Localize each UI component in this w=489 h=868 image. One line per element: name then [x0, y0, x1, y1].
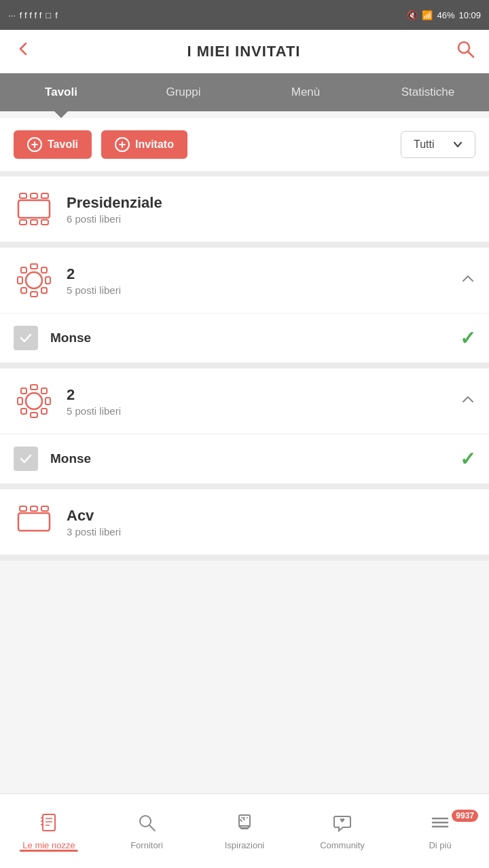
table-2a-name: 2 — [67, 265, 460, 283]
svg-rect-20 — [31, 413, 37, 417]
tab-gruppi[interactable]: Gruppi — [122, 73, 244, 111]
content-area: + Tavoli + Invitato Tutti — [0, 118, 489, 642]
nav-fornitori[interactable]: Fornitori — [98, 812, 196, 850]
table-row-acv: Acv 3 posti liberi — [0, 489, 489, 555]
svg-point-9 — [26, 272, 42, 288]
guest-name-monse-2b: Monse — [50, 451, 460, 466]
svg-rect-7 — [31, 220, 37, 225]
presidenziale-seats: 6 posti liberi — [67, 213, 475, 225]
status-fb-icons: f f f f f — [20, 10, 42, 20]
svg-rect-26 — [41, 409, 47, 414]
heart-chat-icon — [332, 812, 352, 837]
guest-confirmed-monse-2b: ✓ — [460, 448, 475, 470]
round-table-icon-2b — [14, 381, 54, 421]
add-tavoli-button[interactable]: + Tavoli — [14, 130, 92, 159]
tab-statistiche[interactable]: Statistiche — [367, 73, 489, 111]
svg-rect-21 — [18, 398, 22, 404]
rectangular-table-icon — [14, 189, 54, 229]
action-bar: + Tavoli + Invitato Tutti — [0, 118, 489, 171]
svg-rect-4 — [41, 193, 48, 198]
status-p-icon: □ — [46, 10, 51, 20]
presidenziale-name: Presidenziale — [67, 194, 475, 212]
plus-circle-icon2: + — [115, 137, 130, 152]
svg-rect-3 — [31, 193, 37, 198]
round-table-icon-2a — [14, 260, 54, 301]
svg-rect-22 — [46, 398, 50, 404]
table-row-2b: 2 5 posti liberi — [0, 369, 489, 434]
nav-di-piu[interactable]: 9937 Di più — [391, 812, 489, 850]
status-bar: ··· f f f f f □ f 🔇 📶 46% 10:09 — [0, 0, 489, 30]
back-button[interactable] — [14, 39, 33, 63]
table-2a-info: 2 5 posti liberi — [67, 265, 460, 296]
expand-2a-button[interactable] — [460, 271, 475, 290]
tab-tavoli[interactable]: Tavoli — [0, 73, 122, 111]
svg-rect-30 — [18, 513, 50, 531]
search-nav-icon — [137, 812, 157, 837]
guest-row-monse-2a: Monse ✓ — [0, 314, 489, 363]
nav-community[interactable]: Community — [293, 812, 391, 850]
svg-line-39 — [149, 825, 155, 831]
chevron-down-icon — [453, 140, 463, 149]
battery-label: 46% — [437, 10, 454, 20]
table-row-presidenziale: Presidenziale 6 posti liberi — [0, 176, 489, 242]
add-invitato-button[interactable]: + Invitato — [101, 130, 187, 159]
expand-2b-button[interactable] — [460, 392, 475, 411]
svg-rect-23 — [21, 388, 26, 394]
table-2b-name: 2 — [67, 386, 460, 404]
menu-icon — [430, 812, 450, 837]
acv-seats: 3 posti liberi — [67, 526, 475, 537]
tab-menu[interactable]: Menù — [244, 73, 367, 111]
svg-rect-11 — [31, 292, 37, 297]
divider-4 — [0, 555, 489, 561]
svg-rect-27 — [20, 506, 26, 511]
nav-ispirazioni[interactable]: Ispirazioni — [196, 812, 293, 850]
svg-rect-31 — [43, 814, 55, 831]
status-f-icon: f — [55, 10, 58, 20]
table-row-2a: 2 5 posti liberi — [0, 248, 489, 314]
table-section-presidenziale: Presidenziale 6 posti liberi — [0, 176, 489, 242]
search-button[interactable] — [455, 39, 475, 64]
svg-rect-15 — [41, 267, 47, 273]
notebook-icon — [39, 812, 59, 837]
rectangular-table-icon-acv — [14, 502, 54, 542]
nav-tabs: Tavoli Gruppi Menù Statistiche — [0, 73, 489, 111]
guest-name-monse-2a: Monse — [50, 331, 460, 345]
guest-row-monse-2b: Monse ✓ — [0, 434, 489, 484]
svg-rect-17 — [41, 288, 47, 293]
guest-confirmed-monse-2a: ✓ — [460, 327, 475, 350]
bottom-nav: Le mie nozze Fornitori Ispirazioni — [0, 793, 489, 868]
svg-rect-24 — [41, 388, 47, 394]
divider-3 — [0, 484, 489, 489]
nav-label-di-piu: Di più — [429, 840, 451, 850]
svg-line-1 — [468, 52, 473, 57]
time-label: 10:09 — [458, 10, 481, 20]
presidenziale-info: Presidenziale 6 posti liberi — [67, 194, 475, 225]
divider-2 — [0, 363, 489, 369]
table-2b-info: 2 5 posti liberi — [67, 386, 460, 417]
nav-label-le-mie-nozze: Le mie nozze — [22, 840, 75, 850]
table-2b-seats: 5 posti liberi — [67, 405, 460, 417]
nav-le-mie-nozze[interactable]: Le mie nozze — [0, 812, 98, 850]
acv-name: Acv — [67, 507, 475, 525]
di-piu-badge: 9937 — [452, 810, 478, 822]
table-2a-seats: 5 posti liberi — [67, 284, 460, 296]
status-right-icons: 🔇 📶 46% 10:09 — [407, 10, 481, 20]
nav-label-community: Community — [320, 840, 365, 850]
divider-1 — [0, 242, 489, 248]
table-section-2a: 2 5 posti liberi Monse ✓ — [0, 248, 489, 363]
svg-rect-14 — [21, 267, 26, 273]
filter-button[interactable]: Tutti — [401, 131, 475, 158]
status-dots: ··· — [8, 10, 16, 20]
svg-rect-19 — [31, 385, 37, 390]
svg-rect-12 — [18, 277, 22, 284]
svg-rect-29 — [41, 506, 48, 511]
svg-rect-25 — [21, 409, 26, 414]
guest-checkbox-monse-2a[interactable] — [14, 326, 38, 350]
cup-icon — [234, 812, 255, 837]
svg-rect-2 — [20, 193, 26, 198]
guest-checkbox-monse-2b[interactable] — [14, 447, 38, 471]
mute-icon: 🔇 — [407, 10, 418, 20]
page-title: I MIEI INVITATI — [187, 43, 301, 60]
nav-label-ispirazioni: Ispirazioni — [225, 840, 265, 850]
table-section-2b: 2 5 posti liberi Monse ✓ — [0, 369, 489, 484]
